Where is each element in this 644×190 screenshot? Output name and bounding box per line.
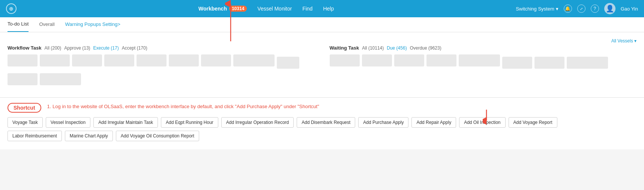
waiting-filter-overdue[interactable]: Overdue (9623) xyxy=(410,45,441,51)
nav-find-label: Find xyxy=(302,6,312,12)
all-vessels-button[interactable]: All Vessels ▾ xyxy=(611,38,636,44)
workflow-filter-accept[interactable]: Accept (170) xyxy=(122,45,147,51)
task-card[interactable] xyxy=(330,54,360,66)
workflow-task-header: Workflow Task All (200) Approve (13) Exe… xyxy=(8,45,315,51)
tabs-bar: To-do List Overall Warning Popups Settin… xyxy=(0,17,644,32)
tab-warning-popups[interactable]: Warning Popups Setting> xyxy=(65,17,120,32)
waiting-task-header: Waiting Task All (10114) Due (456) Overd… xyxy=(330,45,637,51)
all-vessels-label: All Vessels ▾ xyxy=(611,38,636,44)
notification-icon[interactable]: 🔔 xyxy=(564,5,572,13)
task-card[interactable] xyxy=(8,73,38,85)
annotation-arrow-down xyxy=(483,110,490,126)
task-card[interactable] xyxy=(394,54,424,66)
shortcut-add-oil-inspection[interactable]: Add Oil Inspection xyxy=(459,117,505,128)
nav-workbench-label: Workbench xyxy=(198,6,227,12)
switching-system-label: Switching System xyxy=(516,6,554,12)
shortcut-buttons-row2: Labor Reimbursement Marine Chart Apply A… xyxy=(8,131,636,141)
shortcut-label: Shortcut xyxy=(8,103,41,113)
shortcut-add-repair-apply[interactable]: Add Repair Apply xyxy=(411,117,456,128)
instruction-text: 1. Log in to the website of OLSaaS, ente… xyxy=(47,103,636,110)
user-name[interactable]: Gao Yin xyxy=(621,6,638,12)
shortcut-header-row: Shortcut 1. Log in to the website of OLS… xyxy=(8,103,636,113)
expand-icon[interactable]: ⤢ xyxy=(577,5,585,13)
task-card[interactable] xyxy=(8,54,38,66)
nav-help-label: Help xyxy=(323,6,334,12)
shortcut-add-irregular-operation-record[interactable]: Add Irregular Operation Record xyxy=(221,117,294,128)
instruction-area: 1. Log in to the website of OLSaaS, ente… xyxy=(47,103,636,110)
shortcut-add-voyage-report[interactable]: Add Voyage Report xyxy=(509,117,557,128)
shortcut-voyage-task[interactable]: Voyage Task xyxy=(8,117,43,128)
shortcut-vessel-inspection[interactable]: Vessel Inspection xyxy=(46,117,90,128)
task-card[interactable] xyxy=(169,54,199,66)
shortcut-section: Shortcut 1. Log in to the website of OLS… xyxy=(0,97,644,149)
chevron-down-icon: ▾ xyxy=(556,6,558,12)
top-nav: ⊕ Workbench 10314 Vessel Monitor Find He… xyxy=(0,0,644,17)
task-card[interactable] xyxy=(362,54,392,66)
task-card[interactable] xyxy=(201,54,231,66)
nav-workbench-badge: 10314 xyxy=(229,6,247,12)
nav-help[interactable]: Help xyxy=(323,6,334,12)
waiting-task-title: Waiting Task xyxy=(330,45,359,51)
task-card[interactable] xyxy=(137,54,167,66)
workflow-task-panel: Workflow Task All (200) Approve (13) Exe… xyxy=(8,45,315,85)
task-card[interactable] xyxy=(567,57,608,69)
all-vessels-row: All Vessels ▾ xyxy=(8,38,636,44)
nav-logo[interactable]: ⊕ xyxy=(6,3,17,14)
waiting-filter-all[interactable]: All (10114) xyxy=(362,45,384,51)
waiting-task-panel: Waiting Task All (10114) Due (456) Overd… xyxy=(330,45,637,85)
workflow-section: Workflow Task All (200) Approve (13) Exe… xyxy=(8,45,636,85)
nav-vessel-monitor-label: Vessel Monitor xyxy=(257,6,292,12)
workflow-filter-approve[interactable]: Approve (13) xyxy=(64,45,90,51)
task-card[interactable] xyxy=(459,54,500,66)
task-card[interactable] xyxy=(502,57,532,69)
tab-todo-list[interactable]: To-do List xyxy=(8,17,29,32)
task-card[interactable] xyxy=(72,54,102,66)
task-card[interactable] xyxy=(534,57,564,69)
shortcut-marine-chart-apply[interactable]: Marine Chart Apply xyxy=(65,131,113,141)
task-card[interactable] xyxy=(426,54,456,66)
workflow-task-cards xyxy=(8,54,315,85)
shortcut-add-eqpt-running-hour[interactable]: Add Eqpt Running Hour xyxy=(161,117,218,128)
shortcut-labor-reimbursement[interactable]: Labor Reimbursement xyxy=(8,131,62,141)
task-card[interactable] xyxy=(277,57,299,69)
shortcut-add-purchase-apply[interactable]: Add Purchase Apply xyxy=(358,117,408,128)
shortcut-add-voyage-oil-consumption-report[interactable]: Add Voyage Oil Consumption Report xyxy=(116,131,199,141)
nav-right: Switching System ▾ 🔔 ⤢ ? 👤 Gao Yin xyxy=(516,3,638,14)
task-card[interactable] xyxy=(233,54,275,66)
nav-find[interactable]: Find xyxy=(302,6,312,12)
nav-workbench[interactable]: Workbench 10314 xyxy=(198,6,247,12)
shortcut-buttons-row1: Voyage Task Vessel Inspection Add Irregu… xyxy=(8,117,636,128)
waiting-task-cards xyxy=(330,54,637,69)
task-card[interactable] xyxy=(104,54,134,66)
waiting-filter-due[interactable]: Due (456) xyxy=(387,45,407,51)
avatar: 👤 xyxy=(604,3,615,14)
main-content: All Vessels ▾ Workflow Task All (200) Ap… xyxy=(0,32,644,97)
nav-center: Workbench 10314 Vessel Monitor Find Help xyxy=(17,6,516,12)
shortcut-add-disembark-request[interactable]: Add Disembark Request xyxy=(297,117,355,128)
tab-overall[interactable]: Overall xyxy=(39,17,54,32)
workflow-filter-all[interactable]: All (200) xyxy=(45,45,62,51)
switching-system-btn[interactable]: Switching System ▾ xyxy=(516,6,558,12)
nav-vessel-monitor[interactable]: Vessel Monitor xyxy=(257,6,292,12)
workflow-filter-execute[interactable]: Execute (17) xyxy=(93,45,119,51)
shortcut-add-irregular-maintain-task[interactable]: Add Irregular Maintain Task xyxy=(93,117,158,128)
task-card[interactable] xyxy=(40,54,70,66)
help-icon[interactable]: ? xyxy=(591,5,599,13)
workflow-task-title: Workflow Task xyxy=(8,45,42,51)
task-card[interactable] xyxy=(40,73,81,85)
